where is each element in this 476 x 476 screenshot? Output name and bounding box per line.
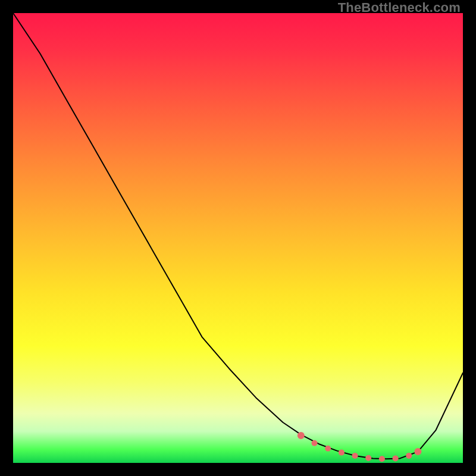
curve-marker: [365, 455, 371, 461]
curve-marker: [406, 453, 412, 459]
curve-marker: [393, 455, 399, 461]
bottleneck-curve: [13, 13, 463, 459]
chart-overlay-svg: [13, 13, 463, 463]
curve-marker: [312, 440, 318, 446]
curve-marker: [339, 450, 345, 456]
curve-marker: [325, 446, 331, 452]
curve-marker: [298, 432, 305, 439]
curve-marker: [414, 448, 421, 455]
curve-marker: [379, 456, 385, 462]
curve-marker: [352, 453, 358, 459]
chart-frame: TheBottleneck.com: [0, 0, 476, 476]
